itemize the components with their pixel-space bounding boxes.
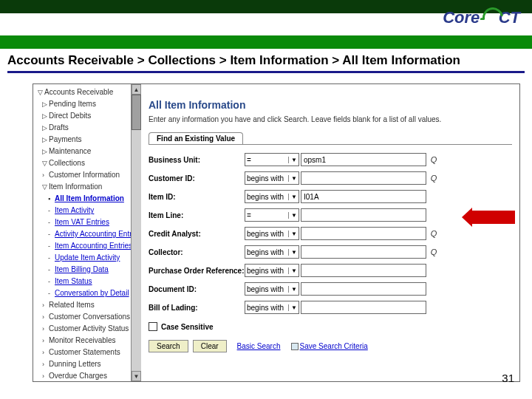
sidebar-item[interactable]: ›Related Items: [35, 299, 129, 311]
sidebar-item[interactable]: -Conversation by Detail: [35, 287, 129, 299]
main-panel: All Item Information Enter any informati…: [141, 84, 519, 381]
content-panel: ▽Accounts Receivable▷Pending Items▷Direc…: [33, 83, 520, 382]
sidebar-item[interactable]: ▽Item Information: [35, 181, 129, 193]
sidebar-item[interactable]: ›Dunning Letters: [35, 358, 129, 370]
value-input[interactable]: [301, 208, 426, 222]
lookup-icon[interactable]: Q: [429, 247, 439, 257]
sidebar-item[interactable]: ▷Payments: [35, 134, 129, 146]
sidebar-item[interactable]: ›Customer Statements: [35, 347, 129, 358]
search-button[interactable]: Search: [149, 340, 188, 352]
sidebar-item[interactable]: ›Customer Activity Status: [35, 323, 129, 335]
operator-select[interactable]: =▼: [245, 208, 299, 222]
green-bar: [0, 35, 532, 49]
operator-select[interactable]: begins with▼: [245, 190, 299, 203]
chevron-down-icon: ▼: [288, 286, 297, 293]
value-input[interactable]: [301, 153, 426, 166]
sidebar-item[interactable]: -Item Billing Data: [35, 264, 129, 276]
value-input[interactable]: [301, 301, 426, 314]
arrow-callout-icon: [472, 211, 515, 224]
sidebar-item[interactable]: -Item Accounting Entries: [35, 240, 129, 252]
search-row: Customer ID:begins with▼Q: [149, 171, 512, 185]
basic-search-link[interactable]: Basic Search: [237, 342, 281, 350]
page-title: All Item Information: [149, 99, 512, 111]
sidebar-item[interactable]: ▷Pending Items: [35, 98, 129, 110]
search-row: Credit Analyst:begins with▼Q: [149, 226, 512, 241]
chevron-down-icon: ▼: [288, 212, 297, 219]
sidebar-item[interactable]: ▽Collections: [35, 157, 129, 169]
sidebar-item[interactable]: -Activity Accounting Entries: [35, 228, 129, 240]
page-number: 31: [502, 372, 514, 384]
field-label: Document ID:: [149, 285, 245, 293]
sidebar-item[interactable]: -Item VAT Entries: [35, 216, 129, 228]
sidebar-item[interactable]: -Item Status: [35, 276, 129, 287]
search-row: Bill of Lading:begins with▼: [149, 300, 512, 315]
search-row: Purchase Order Reference:begins with▼: [149, 263, 512, 278]
search-row: Collector:begins with▼Q: [149, 245, 512, 259]
operator-select[interactable]: begins with▼: [245, 245, 299, 259]
lookup-icon[interactable]: Q: [429, 154, 439, 165]
sidebar-item[interactable]: ›Customer Information: [35, 169, 129, 181]
field-label: Credit Analyst:: [149, 230, 245, 238]
field-label: Purchase Order Reference:: [149, 267, 245, 275]
chevron-down-icon: ▼: [288, 304, 297, 311]
sidebar-item[interactable]: ›Customer Conversations: [35, 311, 129, 323]
lookup-icon[interactable]: Q: [429, 228, 439, 239]
save-search-link[interactable]: Save Search Criteria: [291, 342, 368, 350]
value-input[interactable]: [301, 282, 426, 296]
page-description: Enter any information you have and click…: [149, 115, 512, 123]
value-input[interactable]: [301, 245, 426, 259]
operator-select[interactable]: begins with▼: [245, 282, 299, 296]
value-input[interactable]: [301, 171, 426, 185]
value-input[interactable]: [301, 227, 426, 240]
sidebar-item[interactable]: ›Overdue Charges: [35, 370, 129, 381]
search-row: Document ID:begins with▼: [149, 282, 512, 296]
sidebar-item[interactable]: ›Monitor Receivables: [35, 335, 129, 347]
chevron-down-icon: ▼: [288, 175, 297, 182]
operator-select[interactable]: begins with▼: [245, 264, 299, 277]
sidebar: ▽Accounts Receivable▷Pending Items▷Direc…: [33, 84, 141, 381]
sidebar-item[interactable]: ▽Accounts Receivable: [35, 86, 129, 98]
chevron-down-icon: ▼: [288, 231, 297, 237]
chevron-down-icon: ▼: [288, 157, 297, 163]
search-row: Business Unit:=▼Q: [149, 152, 512, 167]
field-label: Business Unit:: [149, 156, 245, 164]
sidebar-item[interactable]: ▪All Item Information: [35, 193, 129, 205]
scroll-down-icon[interactable]: ▼: [132, 371, 141, 381]
operator-select[interactable]: =▼: [245, 153, 299, 166]
sidebar-item[interactable]: ▷Drafts: [35, 122, 129, 134]
operator-select[interactable]: begins with▼: [245, 171, 299, 185]
operator-select[interactable]: begins with▼: [245, 301, 299, 314]
scrollbar[interactable]: ▲ ▼: [131, 84, 141, 381]
field-label: Customer ID:: [149, 174, 245, 183]
save-icon: [291, 343, 299, 350]
operator-select[interactable]: begins with▼: [245, 227, 299, 240]
scroll-up-icon[interactable]: ▲: [132, 84, 141, 95]
search-row: Item ID:begins with▼: [149, 189, 512, 204]
case-sensitive-label: Case Sensitive: [161, 323, 214, 331]
field-label: Collector:: [149, 248, 245, 256]
case-sensitive-checkbox[interactable]: [149, 322, 157, 331]
chevron-down-icon: ▼: [288, 194, 297, 200]
search-row: Item Line:=▼: [149, 208, 512, 222]
clear-button[interactable]: Clear: [193, 340, 227, 352]
sidebar-item[interactable]: ▷Direct Debits: [35, 110, 129, 122]
field-label: Bill of Lading:: [149, 304, 245, 312]
value-input[interactable]: [301, 190, 426, 203]
tab-find-existing[interactable]: Find an Existing Value: [149, 132, 243, 144]
chevron-down-icon: ▼: [288, 267, 297, 274]
breadcrumb: Accounts Receivable > Collections > Item…: [7, 53, 525, 73]
field-label: Item Line:: [149, 211, 245, 219]
logo: Core- CT: [443, 4, 520, 31]
chevron-down-icon: ▼: [288, 249, 297, 256]
value-input[interactable]: [301, 264, 426, 277]
field-label: Item ID:: [149, 193, 245, 201]
sidebar-item[interactable]: -Item Activity: [35, 205, 129, 216]
sidebar-item[interactable]: -Update Item Activity: [35, 252, 129, 264]
sidebar-item[interactable]: ▷Maintenance: [35, 146, 129, 157]
lookup-icon[interactable]: Q: [429, 173, 439, 183]
scroll-thumb[interactable]: [132, 95, 141, 130]
